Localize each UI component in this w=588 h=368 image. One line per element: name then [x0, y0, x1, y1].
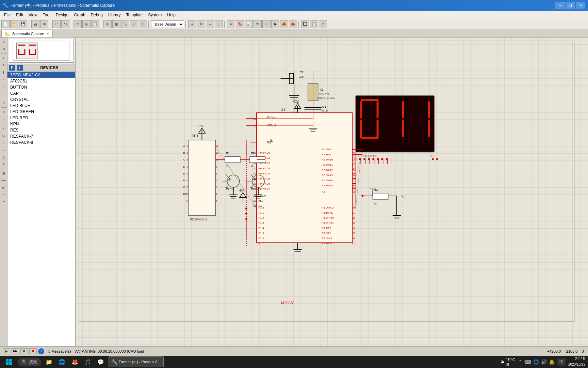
menu-template[interactable]: Template [124, 12, 146, 18]
device-item-led-blue[interactable]: LED-BLUE [7, 103, 75, 109]
tool-add-symbol[interactable]: ⊞ [0, 170, 7, 177]
taskbar-file-explorer[interactable]: 📁 [44, 357, 54, 367]
stop-button[interactable]: ⏹ [29, 348, 37, 354]
tb-cut[interactable]: ✂ [74, 20, 82, 28]
tb-new[interactable]: 📄 [1, 20, 10, 28]
taskbar-edge[interactable]: 🦊 [70, 357, 80, 367]
minimize-button[interactable]: ─ [555, 2, 565, 9]
tb-annotation[interactable]: ✏ [254, 20, 262, 28]
tb-tag[interactable]: 🔖 [236, 20, 244, 28]
tray-notification[interactable]: 🔔 [549, 359, 555, 365]
device-item-led-red[interactable]: LED-RED [7, 115, 75, 121]
menu-library[interactable]: Library [105, 12, 124, 18]
tool-sub-port[interactable]: → [0, 83, 7, 90]
tb-open[interactable]: 📂 [10, 20, 18, 28]
device-item-respack-7[interactable]: RESPACK-7 [7, 133, 75, 139]
menu-help[interactable]: Help [164, 12, 178, 18]
tb-export[interactable]: 📤 [280, 20, 288, 28]
tool-circle[interactable]: ○ [0, 139, 7, 146]
tool-power[interactable]: ⚡ [0, 92, 7, 99]
tb-zoom-out[interactable]: 🔎 [130, 20, 138, 28]
tb-pcb[interactable]: 🔲 [301, 20, 309, 28]
device-item-7seg-mpx2-ca[interactable]: 7SEG-MPX2-CA [7, 72, 75, 78]
restore-button[interactable]: ❐ [566, 2, 575, 9]
tb-rotate[interactable]: ↻ [197, 20, 205, 28]
tool-line[interactable]: ╱ [0, 125, 7, 132]
tool-probe[interactable]: ⊙ [0, 109, 7, 116]
close-button[interactable]: ✕ [576, 2, 585, 9]
tb-import[interactable]: 📥 [289, 20, 297, 28]
tool-tape[interactable]: 📏 [0, 116, 7, 123]
tool-rotate-cw[interactable]: ↷ [0, 191, 7, 198]
menu-view[interactable]: View [26, 12, 40, 18]
step-button[interactable]: ▶▶ [12, 348, 19, 354]
info-button[interactable]: i [38, 348, 44, 354]
design-dropdown[interactable]: Base Design [151, 20, 184, 28]
tray-keyboard[interactable]: ⌨ [524, 359, 531, 365]
tb-paste[interactable]: 📋 [91, 20, 99, 28]
tb-preview[interactable]: 👁 [40, 20, 48, 28]
device-item-respack-8[interactable]: RESPACK-8 [7, 139, 75, 145]
tb-mirror-v[interactable]: ↕ [215, 20, 223, 28]
device-item-at89c51[interactable]: AT89C51 [7, 78, 75, 84]
menu-debug[interactable]: Debug [88, 12, 105, 18]
tool-junction[interactable]: • [0, 55, 7, 61]
pause-button[interactable]: ⏸ [20, 348, 28, 354]
tb-print[interactable]: 🖨 [31, 20, 39, 28]
tool-demorgan[interactable]: ⟺ [0, 177, 7, 184]
tool-text[interactable]: T [0, 69, 7, 76]
tb-help[interactable]: ? [319, 20, 327, 28]
tb-property[interactable]: ⚙ [227, 20, 235, 28]
ime-indicator[interactable]: 中 [557, 358, 566, 366]
tb-simulate[interactable]: ▶ [271, 20, 279, 28]
tb-snap-on[interactable]: ⊞ [103, 20, 112, 28]
device-item-npn[interactable]: NPN [7, 121, 75, 127]
menu-edit[interactable]: Edit [13, 12, 26, 18]
device-item-led-green[interactable]: LED-GREEN [7, 109, 75, 115]
device-item-crystal[interactable]: CRYSTAL [7, 96, 75, 103]
tb-netlist[interactable]: 📊 [245, 20, 253, 28]
tray-network[interactable]: 🌐 [533, 359, 539, 365]
tb-design-check[interactable]: ✓ [262, 20, 271, 28]
taskbar-music[interactable]: 🎵 [83, 357, 93, 367]
tb-grid[interactable]: ▦ [112, 20, 120, 28]
search-box[interactable]: 🔍 搜索 [18, 358, 41, 366]
tool-rotate-ccw[interactable]: ↶ [0, 199, 7, 205]
tool-bus[interactable]: ≡ [0, 76, 7, 83]
tb-zoom-in[interactable]: 🔍 [121, 20, 129, 28]
tb-save[interactable]: 💾 [19, 20, 27, 28]
tb-zoom-full[interactable]: ⊕ [139, 20, 147, 28]
tool-poly[interactable]: △ [0, 154, 7, 160]
taskbar-proteus[interactable]: 🔧 Farmer (牛) - Proteus 8... [109, 356, 164, 367]
tool-wire-label[interactable]: A [0, 62, 7, 68]
tb-add-component[interactable]: + [188, 20, 196, 28]
schematic-canvas[interactable]: U1 AT89C51 XTAL1 XTAL2 RST P0.0/AD0 P0.1… [76, 37, 588, 346]
menu-system[interactable]: System [145, 12, 164, 18]
tool-select[interactable]: ↖ [0, 38, 7, 45]
tool-component[interactable]: ⊕ [0, 45, 7, 52]
tool-box[interactable]: □ [0, 132, 7, 139]
device-item-res[interactable]: RES [7, 127, 75, 133]
tray-volume[interactable]: 🔊 [541, 359, 547, 365]
menu-tool[interactable]: Tool [40, 12, 53, 18]
play-button[interactable]: ▶ [3, 348, 10, 354]
tray-chevron[interactable]: ⌃ [518, 359, 522, 365]
tb-copy[interactable]: ⎘ [82, 20, 91, 28]
taskbar-chat[interactable]: 💬 [96, 357, 106, 367]
device-btn-l[interactable]: L [17, 65, 23, 71]
tab-schematic[interactable]: 📐 Schematic Capture ✕ [1, 30, 53, 37]
tb-undo[interactable]: ↩ [52, 20, 61, 28]
tab-close-button[interactable]: ✕ [46, 32, 49, 35]
system-clock[interactable]: 22:15 2023/10/29 [568, 356, 585, 367]
device-btn-p[interactable]: P [9, 65, 15, 71]
device-item-button[interactable]: BUTTON [7, 84, 75, 90]
tool-arc[interactable]: ◡ [0, 147, 7, 153]
tb-mirror-h[interactable]: ↔ [206, 20, 214, 28]
tool-angle-0[interactable]: 0° [0, 184, 7, 191]
menu-graph[interactable]: Graph [71, 12, 88, 18]
tool-generator[interactable]: ∿ [0, 99, 7, 106]
menu-file[interactable]: File [1, 12, 13, 18]
tb-redo[interactable]: ↪ [61, 20, 69, 28]
taskbar-browser[interactable]: 🌐 [57, 357, 67, 367]
tb-bom[interactable]: 📋 [310, 20, 318, 28]
